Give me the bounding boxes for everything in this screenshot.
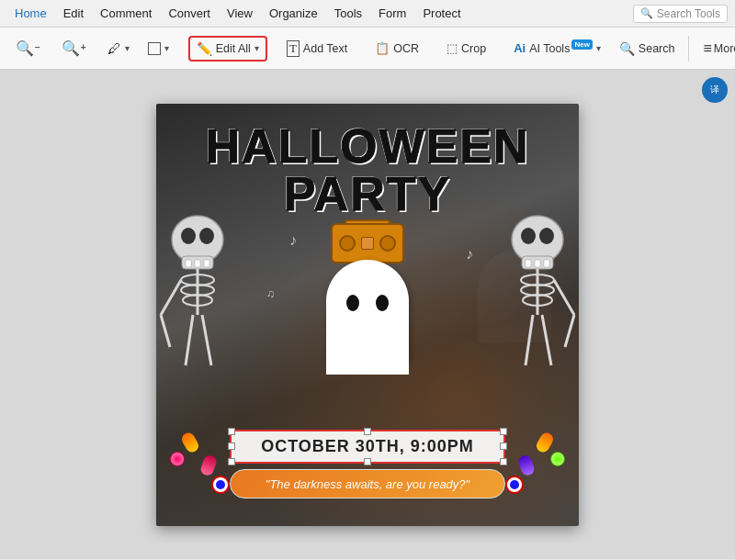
flyer-title-line2: PARTY bbox=[156, 170, 579, 218]
highlight-button[interactable]: 🖊 ▾ bbox=[99, 35, 138, 62]
menu-view[interactable]: View bbox=[220, 4, 260, 23]
svg-line-13 bbox=[186, 315, 193, 365]
quote-text: "The darkness awaits, are you ready?" bbox=[266, 477, 469, 491]
translate-icon: 译 bbox=[710, 84, 719, 96]
search-label: Search bbox=[639, 42, 675, 55]
boombox-speaker-right bbox=[379, 235, 396, 252]
ocr-button[interactable]: 📋 OCR bbox=[367, 36, 427, 61]
svg-line-27 bbox=[565, 315, 574, 347]
ghost-body bbox=[326, 260, 409, 361]
search-button[interactable]: 🔍 Search bbox=[611, 36, 684, 62]
svg-rect-4 bbox=[204, 260, 209, 267]
handle-bl[interactable] bbox=[228, 458, 235, 465]
music-note-3: ♫ bbox=[266, 287, 275, 300]
crop-label: Crop bbox=[461, 42, 486, 55]
svg-point-20 bbox=[521, 228, 536, 244]
handle-bm[interactable] bbox=[364, 458, 371, 465]
svg-line-12 bbox=[161, 315, 170, 347]
zoom-out-minus: − bbox=[35, 42, 40, 52]
music-note-1: ♪ bbox=[289, 232, 297, 249]
flyer-content: HALLOWEEN PARTY bbox=[156, 104, 579, 526]
shape-button[interactable]: ▾ bbox=[140, 37, 177, 61]
menu-edit[interactable]: Edit bbox=[56, 4, 91, 23]
svg-point-21 bbox=[539, 228, 554, 244]
ai-tools-label: AI Tools bbox=[529, 42, 570, 55]
boombox-speaker-left bbox=[339, 235, 356, 252]
svg-point-6 bbox=[199, 228, 214, 244]
handle-tr[interactable] bbox=[500, 428, 507, 435]
translate-button[interactable]: 译 bbox=[702, 77, 728, 103]
menu-organize[interactable]: Organize bbox=[262, 4, 325, 23]
add-text-icon: T bbox=[287, 40, 300, 57]
chevron-edit-all: ▾ bbox=[254, 43, 259, 53]
search-tools-label[interactable]: Search Tools bbox=[657, 7, 720, 20]
skeleton-right bbox=[496, 214, 579, 398]
svg-line-26 bbox=[554, 280, 574, 315]
flyer-bottom: OCTOBER 30TH, 9:00PM "The darkness await… bbox=[230, 430, 505, 498]
add-text-label: Add Text bbox=[303, 42, 347, 55]
more-icon: ≡ bbox=[703, 40, 709, 57]
chevron-highlight: ▾ bbox=[125, 43, 130, 53]
svg-line-11 bbox=[161, 280, 181, 315]
handle-tl[interactable] bbox=[228, 428, 235, 435]
zoom-in-button[interactable]: 🔍 + bbox=[53, 34, 97, 62]
music-note-2: ♪ bbox=[466, 246, 473, 263]
boombox-handle bbox=[345, 219, 390, 225]
zoom-out-button[interactable]: 🔍 − bbox=[7, 34, 51, 62]
menu-protect[interactable]: Protect bbox=[415, 4, 468, 23]
svg-rect-19 bbox=[544, 260, 549, 267]
new-badge: New bbox=[571, 39, 592, 50]
menu-comment[interactable]: Comment bbox=[93, 4, 159, 23]
toolbar-right: 🔍 Search ≡ More bbox=[611, 35, 735, 62]
edit-all-button[interactable]: ✏️ Edit All ▾ bbox=[188, 36, 267, 62]
document-card[interactable]: HALLOWEEN PARTY bbox=[156, 104, 579, 526]
highlight-icon: 🖊 bbox=[107, 40, 121, 56]
date-text: OCTOBER 30TH, 9:00PM bbox=[241, 437, 494, 456]
eyeball-right bbox=[505, 476, 524, 494]
handle-ml[interactable] bbox=[228, 442, 235, 450]
handle-tm[interactable] bbox=[364, 428, 371, 435]
date-selection-box[interactable]: OCTOBER 30TH, 9:00PM bbox=[230, 430, 505, 464]
boombox bbox=[331, 223, 404, 263]
ghost-eye-right bbox=[376, 295, 389, 311]
edit-icon: ✏️ bbox=[197, 41, 212, 56]
search-icon: 🔍 bbox=[640, 7, 653, 19]
canvas-area: 译 HALLOWEEN PARTY bbox=[0, 70, 735, 559]
ocr-label: OCR bbox=[393, 42, 419, 55]
chevron-shape: ▾ bbox=[164, 43, 169, 53]
handle-mr[interactable] bbox=[500, 442, 507, 450]
more-button[interactable]: ≡ More bbox=[695, 35, 735, 62]
ai-tools-button[interactable]: Ai AI Tools New ▾ bbox=[505, 36, 609, 61]
ghost-bottom bbox=[326, 352, 409, 375]
svg-rect-2 bbox=[186, 260, 191, 267]
skeleton-left bbox=[156, 214, 239, 398]
search-icon-toolbar: 🔍 bbox=[619, 41, 635, 56]
menubar: Home Edit Comment Convert View Organize … bbox=[0, 0, 735, 28]
flyer-title-area: HALLOWEEN PARTY bbox=[156, 122, 579, 218]
menu-form[interactable]: Form bbox=[371, 4, 413, 23]
svg-line-28 bbox=[526, 315, 533, 365]
svg-point-5 bbox=[181, 228, 196, 244]
quote-bubble[interactable]: "The darkness awaits, are you ready?" bbox=[230, 469, 505, 498]
toolbar: 🔍 − 🔍 + 🖊 ▾ ▾ ✏️ Edit All ▾ T Add Text 📋… bbox=[0, 28, 735, 70]
flyer-center bbox=[285, 223, 450, 407]
menu-tools[interactable]: Tools bbox=[327, 4, 369, 23]
ghost bbox=[322, 260, 413, 379]
menu-home[interactable]: Home bbox=[7, 4, 54, 23]
chevron-ai: ▾ bbox=[596, 43, 601, 53]
edit-all-label: Edit All bbox=[216, 42, 251, 55]
handle-br[interactable] bbox=[500, 458, 507, 465]
menu-convert[interactable]: Convert bbox=[161, 4, 218, 23]
svg-line-29 bbox=[542, 315, 551, 365]
svg-rect-18 bbox=[535, 260, 540, 267]
ai-tools-icon: Ai bbox=[514, 41, 526, 55]
crop-icon: ⬚ bbox=[447, 41, 458, 55]
zoom-in-icon: 🔍 bbox=[62, 39, 80, 57]
flyer-title-line1: HALLOWEEN bbox=[156, 122, 579, 170]
more-label: More bbox=[714, 42, 735, 55]
add-text-button[interactable]: T Add Text bbox=[278, 35, 356, 62]
crop-button[interactable]: ⬚ Crop bbox=[438, 36, 494, 61]
zoom-out-icon: 🔍 bbox=[16, 39, 34, 57]
shape-icon bbox=[148, 42, 161, 55]
ghost-eye-left bbox=[346, 295, 359, 311]
